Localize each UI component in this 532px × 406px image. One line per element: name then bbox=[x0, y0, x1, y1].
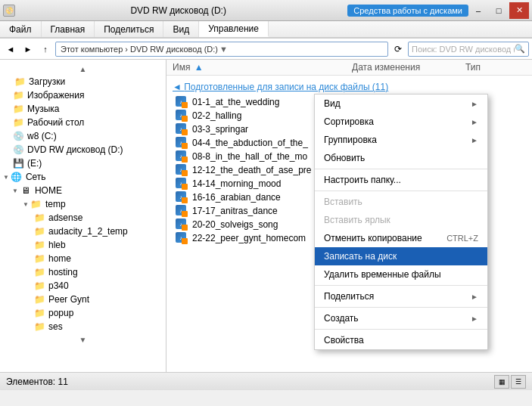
sidebar-item-downloads[interactable]: 📁 Загрузки bbox=[0, 75, 166, 88]
folder-icon: 📁 bbox=[33, 294, 45, 305]
cm-item-properties[interactable]: Свойства bbox=[315, 331, 487, 349]
sidebar-label: HOME bbox=[35, 185, 62, 196]
expand-icon: ▼ bbox=[23, 201, 29, 208]
expand-group-arrow: ◄ bbox=[173, 82, 184, 92]
sidebar-label: p340 bbox=[48, 280, 69, 291]
maximize-button[interactable]: □ bbox=[489, 2, 509, 19]
cm-item-customize[interactable]: Настроить папку... bbox=[315, 171, 487, 189]
tab-manage[interactable]: Управление bbox=[199, 21, 269, 37]
sidebar-item-ses[interactable]: 📁 ses bbox=[0, 320, 166, 333]
file-icon: ♪ bbox=[176, 205, 188, 217]
path-dropdown-arrow[interactable]: ▼ bbox=[219, 45, 228, 54]
tab-home[interactable]: Главная bbox=[42, 21, 95, 37]
sidebar-item-hosting[interactable]: 📁 hosting bbox=[0, 265, 166, 279]
submenu-arrow: ► bbox=[471, 315, 478, 323]
cm-item-group[interactable]: Группировка ► bbox=[315, 131, 487, 149]
folder-icon: 📁 bbox=[33, 321, 45, 332]
tab-file[interactable]: Файл bbox=[0, 21, 42, 37]
cm-item-share[interactable]: Поделиться ► bbox=[315, 287, 487, 305]
path-text: Этот компьютер › DVD RW дисковод (D:) bbox=[61, 45, 218, 54]
refresh-button[interactable]: ⟳ bbox=[390, 42, 406, 57]
folder-icon: 📁 bbox=[33, 280, 45, 291]
folder-icon: 📁 bbox=[33, 253, 45, 264]
sidebar-item-d-drive[interactable]: 💿 DVD RW дисковод (D:) bbox=[0, 143, 166, 157]
minimize-button[interactable]: – bbox=[468, 2, 488, 19]
cm-item-create[interactable]: Создать ► bbox=[315, 309, 487, 327]
submenu-arrow: ► bbox=[471, 293, 478, 301]
submenu-arrow: ► bbox=[471, 136, 478, 144]
cm-separator bbox=[315, 307, 487, 308]
sidebar-item-hleb[interactable]: 📁 hleb bbox=[0, 238, 166, 252]
sidebar-item-popup[interactable]: 📁 popup bbox=[0, 306, 166, 320]
address-path[interactable]: Этот компьютер › DVD RW дисковод (D:) ▼ bbox=[55, 42, 388, 57]
col-type-header[interactable]: Тип bbox=[465, 62, 526, 73]
cm-separator bbox=[315, 169, 487, 169]
tab-view[interactable]: Вид bbox=[163, 21, 199, 37]
sidebar-item-music[interactable]: 📁 Музыка bbox=[0, 102, 166, 116]
sidebar-item-e-drive[interactable]: 💾 (E:) bbox=[0, 157, 166, 170]
cm-item-undo-copy[interactable]: Отменить копирование CTRL+Z bbox=[315, 229, 487, 247]
sidebar-item-peer-gynt[interactable]: 📁 Peer Gynt bbox=[0, 293, 166, 306]
sidebar-label: home bbox=[48, 253, 71, 264]
sidebar-label: Сеть bbox=[26, 172, 46, 182]
tab-share[interactable]: Поделиться bbox=[95, 21, 163, 37]
file-icon: ♪ bbox=[176, 218, 188, 231]
col-name-header[interactable]: Имя ▲ bbox=[173, 62, 352, 73]
sidebar-item-c-drive[interactable]: 💿 w8 (C:) bbox=[0, 129, 166, 143]
sidebar-scroll-down[interactable]: ▼ bbox=[0, 333, 166, 346]
cm-item-delete-temp[interactable]: Удалить временные файлы bbox=[315, 265, 487, 284]
content-area: Имя ▲ Дата изменения Тип ◄ Подготовленны… bbox=[166, 60, 532, 372]
sidebar-label: DVD RW дисковод (D:) bbox=[27, 144, 123, 155]
up-button[interactable]: ↑ bbox=[38, 42, 53, 57]
sidebar-item-audacity[interactable]: 📁 audacity_1_2_temp bbox=[0, 225, 166, 238]
context-menu: Вид ► Сортировка ► Группировка ► Обновит… bbox=[314, 94, 488, 350]
file-icon: ♪ bbox=[176, 96, 188, 108]
sidebar-item-images[interactable]: 📁 Изображения bbox=[0, 88, 166, 102]
expand-icon: ▼ bbox=[12, 188, 18, 194]
sidebar-item-home-computer[interactable]: ▼ 🖥 HOME bbox=[0, 184, 166, 197]
close-button[interactable]: ✕ bbox=[509, 2, 529, 19]
view-list-button[interactable]: ☰ bbox=[511, 375, 526, 389]
cm-item-view[interactable]: Вид ► bbox=[315, 95, 487, 113]
cm-separator bbox=[315, 329, 487, 330]
submenu-arrow: ► bbox=[471, 118, 478, 126]
main-layout: ▲ 📁 Загрузки 📁 Изображения 📁 Музыка 📁 Ра… bbox=[0, 60, 532, 372]
cm-item-paste[interactable]: Вставить bbox=[315, 193, 487, 211]
window-title: DVD RW дисковод (D:) bbox=[15, 5, 341, 16]
sidebar-label: temp bbox=[45, 199, 66, 209]
cm-item-refresh[interactable]: Обновить bbox=[315, 149, 487, 167]
sidebar-label: Изображения bbox=[27, 90, 84, 101]
sidebar-item-adsense[interactable]: 📁 adsense bbox=[0, 211, 166, 225]
file-icon: ♪ bbox=[176, 150, 188, 163]
sidebar-item-home[interactable]: 📁 home bbox=[0, 252, 166, 265]
sidebar-item-network[interactable]: ▼ 🌐 Сеть bbox=[0, 170, 166, 184]
expand-icon: ▼ bbox=[3, 174, 9, 181]
help-button[interactable] bbox=[520, 21, 532, 37]
forward-button[interactable]: ► bbox=[20, 42, 36, 57]
sidebar-label: adsense bbox=[48, 212, 82, 223]
cm-item-paste-shortcut[interactable]: Вставить ярлык bbox=[315, 211, 487, 229]
search-icon[interactable]: 🔍 bbox=[515, 44, 525, 54]
sidebar-label: hosting bbox=[48, 267, 78, 277]
cm-item-sort[interactable]: Сортировка ► bbox=[315, 113, 487, 131]
cm-item-burn[interactable]: Записать на диск bbox=[315, 247, 487, 265]
folder-icon: 📁 bbox=[33, 267, 45, 277]
address-bar: ◄ ► ↑ Этот компьютер › DVD RW дисковод (… bbox=[0, 39, 532, 60]
sidebar-item-desktop[interactable]: 📁 Рабочий стол bbox=[0, 116, 166, 129]
folder-icon: 📁 bbox=[33, 240, 45, 250]
dvd-icon: 💿 bbox=[12, 144, 24, 155]
sidebar-label: w8 (C:) bbox=[27, 131, 57, 141]
view-icons-button[interactable]: ▦ bbox=[494, 375, 509, 389]
search-box[interactable]: Поиск: DVD RW дисковод (D:) 🔍 bbox=[408, 42, 529, 57]
status-text: Элементов: 11 bbox=[6, 377, 68, 387]
group-header[interactable]: ◄ Подготовленные для записи на диск файл… bbox=[173, 82, 526, 92]
cm-separator bbox=[315, 191, 487, 191]
drive-icon: 💿 bbox=[12, 131, 24, 141]
sidebar-item-p340[interactable]: 📁 p340 bbox=[0, 279, 166, 293]
sidebar-label: (E:) bbox=[27, 158, 42, 169]
back-button[interactable]: ◄ bbox=[3, 42, 18, 57]
file-icon: ♪ bbox=[176, 178, 188, 190]
sidebar-scroll-up[interactable]: ▲ bbox=[0, 63, 166, 75]
col-date-header[interactable]: Дата изменения bbox=[352, 62, 465, 73]
sidebar-item-temp[interactable]: ▼ 📁 temp bbox=[0, 197, 166, 211]
